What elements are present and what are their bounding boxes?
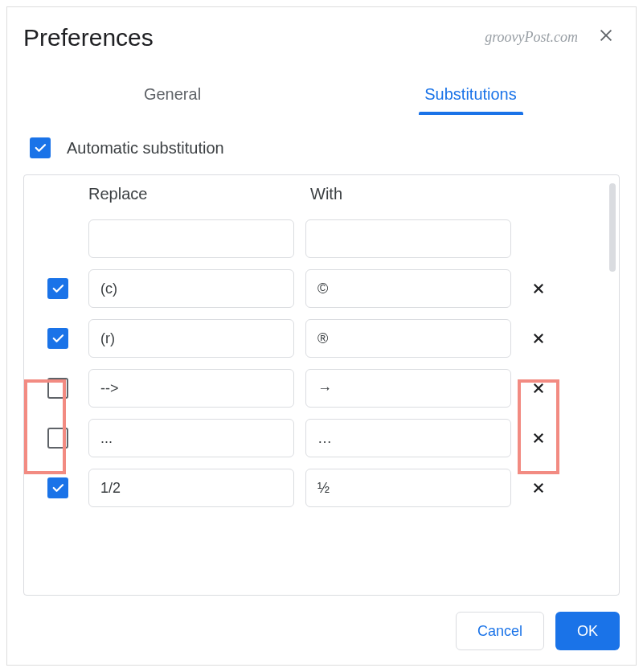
row-checkbox[interactable] [47, 378, 68, 399]
delete-button[interactable] [522, 272, 555, 305]
with-input[interactable] [305, 319, 511, 358]
row-checkbox[interactable] [47, 428, 68, 449]
ok-button[interactable]: OK [555, 612, 620, 650]
close-icon [531, 331, 546, 346]
row-checkbox[interactable] [47, 477, 68, 498]
auto-substitution-row: Automatic substitution [23, 137, 620, 158]
tabs: General Substitutions [23, 76, 620, 113]
replace-input[interactable] [88, 269, 294, 308]
with-input[interactable] [305, 369, 511, 408]
row-check-slot [39, 278, 77, 299]
check-icon [51, 281, 65, 296]
dialog-title: Preferences [23, 24, 154, 51]
dialog-header: Preferences groovyPost.com [23, 22, 620, 53]
with-input[interactable] [305, 219, 511, 258]
check-icon [51, 481, 65, 495]
auto-substitution-checkbox[interactable] [30, 137, 51, 158]
replace-input[interactable] [88, 369, 294, 408]
table-row [39, 269, 604, 308]
check-icon [33, 141, 47, 155]
table-row [39, 419, 604, 457]
row-checkbox[interactable] [47, 328, 68, 349]
row-checkbox[interactable] [47, 278, 68, 299]
replace-input[interactable] [88, 319, 294, 358]
row-check-slot [39, 477, 77, 498]
cancel-button[interactable]: Cancel [456, 612, 544, 650]
scrollbar[interactable] [609, 183, 616, 272]
with-input[interactable] [305, 469, 511, 507]
dialog-footer: Cancel OK [23, 612, 620, 650]
close-icon [531, 281, 546, 296]
close-icon [531, 381, 546, 395]
header-right: groovyPost.com [485, 22, 620, 53]
row-check-slot [39, 428, 77, 449]
auto-substitution-label: Automatic substitution [67, 139, 224, 158]
delete-button[interactable] [522, 322, 555, 354]
substitutions-scroll[interactable]: Replace With [24, 175, 619, 595]
preferences-dialog: Preferences groovyPost.com General Subst… [6, 6, 637, 666]
table-row [39, 219, 604, 258]
watermark-text: groovyPost.com [485, 29, 578, 46]
replace-input[interactable] [88, 419, 294, 457]
delete-button[interactable] [522, 422, 555, 454]
with-input[interactable] [305, 419, 511, 457]
close-icon [531, 431, 546, 445]
tab-substitutions[interactable]: Substitutions [322, 76, 620, 113]
table-row [39, 319, 604, 358]
column-headers: Replace With [39, 185, 604, 208]
close-icon [531, 481, 546, 495]
header-replace: Replace [88, 185, 294, 208]
table-row [39, 469, 604, 507]
replace-input[interactable] [88, 219, 294, 258]
table-row [39, 369, 604, 408]
row-check-slot [39, 328, 77, 349]
substitutions-panel: Replace With [23, 174, 620, 596]
close-button[interactable] [592, 22, 620, 53]
check-icon [51, 331, 65, 346]
tab-general[interactable]: General [23, 76, 322, 113]
delete-button[interactable] [522, 372, 555, 404]
header-with: With [310, 185, 342, 208]
close-icon [597, 27, 615, 44]
delete-button[interactable] [522, 472, 555, 504]
with-input[interactable] [305, 269, 511, 308]
row-check-slot [39, 378, 77, 399]
replace-input[interactable] [88, 469, 294, 507]
